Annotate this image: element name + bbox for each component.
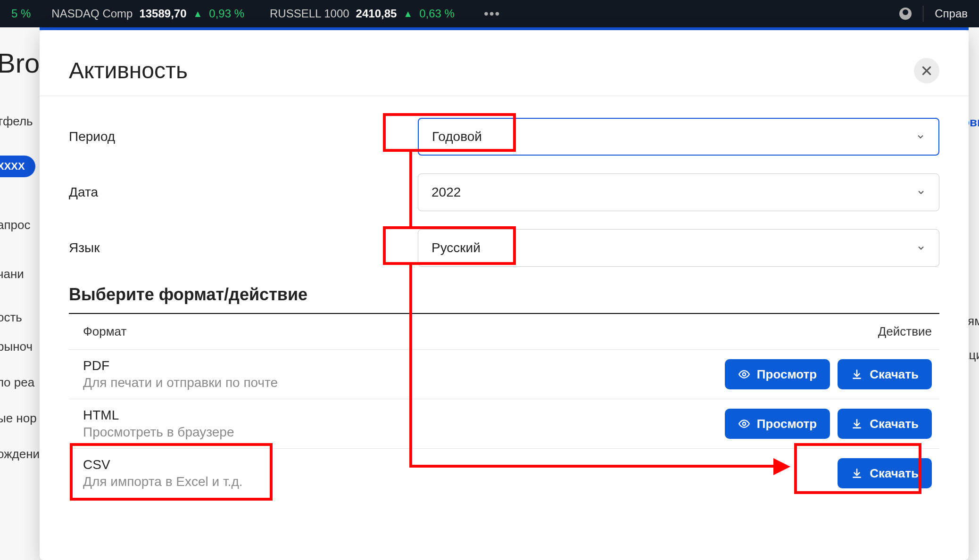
bg-text: ость: [0, 310, 22, 325]
ticker-leading-pct: 5 %: [11, 7, 31, 20]
chevron-down-icon: [916, 188, 926, 197]
download-button[interactable]: Скачать: [838, 409, 932, 439]
select-value: 2022: [431, 185, 461, 200]
bg-text: тфель: [0, 114, 33, 129]
divider: [40, 96, 969, 96]
format-row-html: HTML Просмотреть в браузере Просмотр Ска…: [69, 399, 939, 449]
table-header: Формат Действие: [69, 314, 939, 350]
bg-text: рыноч: [0, 339, 33, 354]
ticker-item[interactable]: NASDAQ Comp 13589,70 ▲ 0,93 %: [51, 7, 244, 20]
ticker-pct: 0,93 %: [209, 7, 244, 20]
eye-icon: [738, 368, 750, 380]
section-title: Выберите формат/действие: [69, 285, 939, 305]
date-label: Дата: [69, 185, 418, 200]
format-name: PDF: [83, 358, 725, 373]
bg-text: по реа: [0, 375, 34, 390]
format-name: HTML: [83, 408, 725, 423]
period-select[interactable]: Годовой: [418, 118, 939, 156]
button-label: Просмотр: [757, 417, 817, 431]
format-desc: Просмотреть в браузере: [83, 425, 725, 440]
ticker-pct: 0,63 %: [419, 7, 455, 20]
bg-text: ые нор: [0, 411, 37, 426]
button-label: Скачать: [870, 466, 919, 481]
chevron-down-icon: [916, 132, 925, 141]
download-button[interactable]: Скачать: [838, 359, 932, 389]
format-desc: Для импорта в Excel и т.д.: [83, 474, 838, 489]
close-button[interactable]: [914, 58, 939, 83]
date-select[interactable]: 2022: [418, 173, 939, 211]
button-label: Скачать: [870, 417, 919, 431]
download-button[interactable]: Скачать: [838, 458, 932, 488]
button-label: Просмотр: [757, 367, 817, 382]
format-row-csv: CSV Для импорта в Excel и т.д. Скачать: [69, 449, 939, 498]
language-label: Язык: [69, 240, 418, 255]
user-avatar-icon[interactable]: [899, 8, 912, 20]
ticker-name: NASDAQ Comp: [51, 7, 133, 20]
column-format: Формат: [83, 324, 847, 339]
account-pill[interactable]: XXXX: [0, 156, 35, 177]
button-label: Скачать: [870, 367, 919, 382]
bg-text: ождени: [0, 447, 40, 461]
ticker-item[interactable]: RUSSELL 1000 2410,85 ▲ 0,63 %: [270, 7, 455, 20]
eye-icon: [738, 418, 750, 430]
svg-point-1: [743, 422, 746, 426]
period-label: Период: [69, 129, 418, 144]
format-row-pdf: PDF Для печати и отправки по почте Просм…: [69, 350, 939, 399]
chevron-down-icon: [916, 243, 926, 253]
arrow-up-icon: ▲: [403, 8, 413, 19]
svg-point-0: [743, 373, 746, 376]
download-icon: [851, 368, 863, 380]
format-name: CSV: [83, 457, 838, 472]
ticker-name: RUSSELL 1000: [270, 7, 349, 20]
column-action: Действие: [847, 324, 932, 339]
bg-text: чани: [0, 267, 24, 281]
view-button[interactable]: Просмотр: [725, 359, 830, 389]
format-desc: Для печати и отправки по почте: [83, 375, 725, 390]
view-button[interactable]: Просмотр: [725, 409, 830, 439]
select-value: Русский: [431, 240, 481, 255]
close-icon: [921, 65, 933, 77]
divider: [923, 6, 923, 22]
language-select[interactable]: Русский: [418, 229, 939, 267]
ticker-value: 2410,85: [356, 7, 397, 20]
ticker-value: 13589,70: [139, 7, 186, 20]
activity-modal: Активность Период Годовой Дата 2022 Язык…: [40, 30, 969, 560]
download-icon: [851, 418, 863, 430]
select-value: Годовой: [432, 129, 482, 144]
more-icon[interactable]: •••: [484, 6, 500, 21]
help-link[interactable]: Справ: [935, 7, 968, 20]
bg-text: апрос: [0, 218, 30, 232]
modal-title: Активность: [69, 58, 188, 83]
ticker-bar: 5 % NASDAQ Comp 13589,70 ▲ 0,93 % RUSSEL…: [0, 0, 979, 27]
download-icon: [851, 467, 863, 479]
arrow-up-icon: ▲: [193, 8, 203, 19]
